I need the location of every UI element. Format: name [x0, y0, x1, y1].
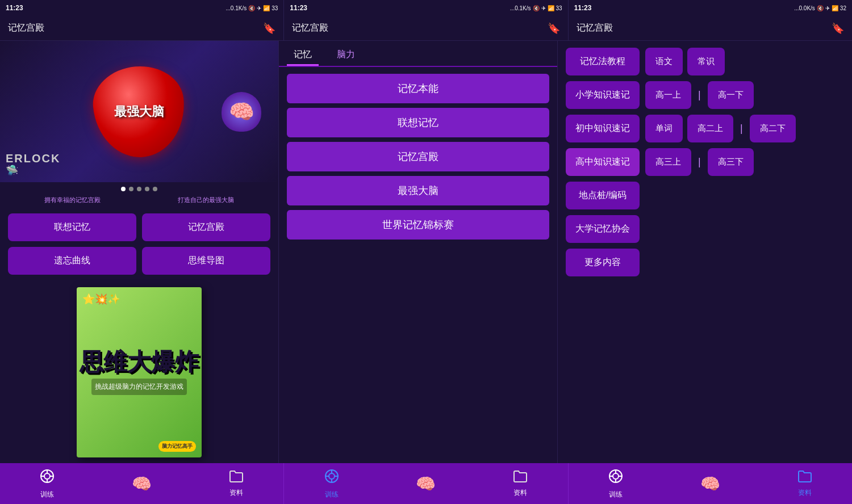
cat-btn-university[interactable]: 大学记忆协会 — [566, 215, 640, 243]
caption-text-1: 拥有幸福的记忆宫殿 — [44, 196, 101, 204]
carousel-dot-4[interactable] — [145, 187, 149, 191]
status-icons-2: ...0.1K/s 🔇 ✈ 📶 33 — [510, 5, 562, 11]
cat-btn-primary[interactable]: 小学知识速记 — [566, 81, 640, 109]
wifi-icon-2: 📶 — [548, 5, 554, 11]
panel-3: 记忆法教程 语文 常识 小学知识速记 高一上 | 高一下 初中知识速记 单词 高… — [558, 41, 852, 463]
nav-item-files-3[interactable]: 资料 — [758, 470, 852, 498]
nav-item-train-3[interactable]: 训练 — [569, 468, 663, 499]
cat-sub-group-1: 语文 常识 — [645, 48, 844, 75]
app-header-3: 记忆宫殿 🔖 — [569, 16, 852, 41]
signal-icon-3: 🔇 — [817, 5, 824, 11]
train-label-1: 训练 — [40, 490, 54, 499]
brain-nav-icon-3: 🧠 — [700, 474, 720, 493]
carousel-dot-3[interactable] — [137, 187, 141, 191]
cat-sub-btn-g3-s2[interactable]: 高三下 — [708, 148, 754, 176]
cat-sub-btn-g1-s1[interactable]: 高一上 — [645, 81, 691, 109]
battery-icon-3: 32 — [840, 5, 846, 11]
carousel-dot-2[interactable] — [129, 187, 133, 191]
panel-1: ERLOCK 最强大脑 🧠 🛸 拥有幸福的记忆宫殿 打造自己的最强大脑 联想记忆 — [0, 41, 279, 463]
main-content: ERLOCK 最强大脑 🧠 🛸 拥有幸福的记忆宫殿 打造自己的最强大脑 联想记忆 — [0, 41, 852, 463]
quick-btn-forgetting-curve[interactable]: 遗忘曲线 — [8, 247, 136, 275]
category-row-1: 记忆法教程 语文 常识 — [566, 48, 844, 75]
carousel-dot-5[interactable] — [153, 187, 157, 191]
nav-item-brain-3[interactable]: 🧠 — [663, 474, 757, 493]
divider-3: | — [696, 148, 703, 176]
carousel-dots — [0, 182, 278, 194]
status-icons-1: ...0.1K/s 🔇 ✈ 📶 33 — [226, 5, 278, 11]
bookmark-icon-1[interactable]: 🔖 — [263, 22, 275, 35]
book-cover[interactable]: ⭐💥✨ 思维大爆炸 挑战超级脑力的记忆开发游戏 脑力记忆高手 — [77, 287, 202, 457]
category-row-2: 小学知识速记 高一上 | 高一下 — [566, 81, 844, 109]
carousel-dot-1[interactable] — [121, 187, 126, 191]
brain-nav-icon-1: 🧠 — [132, 474, 152, 493]
category-row-6: 大学记忆协会 — [566, 215, 844, 243]
erlock-text: ERLOCK — [6, 152, 60, 165]
menu-tab-memory[interactable]: 记忆 — [287, 45, 319, 66]
bookmark-icon-3[interactable]: 🔖 — [832, 22, 844, 35]
cat-sub-group-4: 高三上 | 高三下 — [645, 148, 844, 176]
cat-sub-btn-common[interactable]: 常识 — [687, 48, 725, 75]
wifi-icon-3: 📶 — [832, 5, 838, 11]
cat-sub-btn-chinese[interactable]: 语文 — [645, 48, 683, 75]
carousel-captions: 拥有幸福的记忆宫殿 打造自己的最强大脑 — [0, 194, 278, 207]
menu-item-4[interactable]: 最强大脑 — [287, 176, 549, 205]
app-headers: 记忆宫殿 🔖 记忆宫殿 🔖 记忆宫殿 🔖 — [0, 16, 852, 41]
quick-btn-memory-palace[interactable]: 记忆宫殿 — [142, 213, 270, 241]
book-area: ⭐💥✨ 思维大爆炸 挑战超级脑力的记忆开发游戏 脑力记忆高手 — [0, 282, 278, 463]
cat-sub-btn-word[interactable]: 单词 — [645, 115, 683, 142]
airplane-icon-1: ✈ — [257, 5, 261, 11]
cat-sub-btn-g1-s2[interactable]: 高一下 — [708, 81, 754, 109]
carousel-bg: ERLOCK 最强大脑 🧠 🛸 — [0, 41, 278, 182]
quick-btn-associative[interactable]: 联想记忆 — [8, 213, 136, 241]
cat-btn-memory-tutorial[interactable]: 记忆法教程 — [566, 48, 640, 75]
nav-item-train-1[interactable]: 训练 — [0, 468, 94, 499]
app-title-2: 记忆宫殿 — [292, 22, 328, 34]
category-row-3: 初中知识速记 单词 高二上 | 高二下 — [566, 115, 844, 142]
svg-point-1 — [44, 473, 50, 479]
category-row-5: 地点桩/编码 — [566, 182, 844, 209]
files-label-2: 资料 — [513, 488, 527, 498]
menu-tabs: 记忆 脑力 — [279, 41, 557, 67]
menu-item-2[interactable]: 联想记忆 — [287, 108, 549, 137]
divider-2: | — [738, 115, 745, 142]
menu-tab-brain[interactable]: 脑力 — [330, 45, 362, 66]
nav-item-brain-2[interactable]: 🧠 — [379, 474, 473, 493]
cat-btn-more[interactable]: 更多内容 — [566, 249, 640, 276]
menu-item-1[interactable]: 记忆本能 — [287, 74, 549, 103]
app-title-3: 记忆宫殿 — [577, 22, 613, 34]
brain-logo: 最强大脑 — [88, 61, 190, 163]
cat-btn-middle[interactable]: 初中知识速记 — [566, 115, 640, 142]
divider-1: | — [696, 81, 703, 109]
menu-item-3[interactable]: 记忆宫殿 — [287, 142, 549, 171]
svg-point-7 — [329, 473, 335, 479]
train-icon-1 — [39, 468, 55, 488]
cat-sub-btn-g2-s2[interactable]: 高二下 — [750, 115, 796, 142]
book-title-main: 思维大爆炸 — [80, 350, 199, 374]
nav-segment-3: 训练 🧠 资料 — [569, 463, 852, 504]
menu-item-5[interactable]: 世界记忆锦标赛 — [287, 210, 549, 240]
wifi-icon-1: 📶 — [263, 5, 270, 11]
status-segment-1: 11:23 ...0.1K/s 🔇 ✈ 📶 33 — [0, 0, 284, 16]
quick-btn-mind-map[interactable]: 思维导图 — [142, 247, 270, 275]
caption-text-2: 打造自己的最强大脑 — [178, 196, 234, 204]
cat-btn-location[interactable]: 地点桩/编码 — [566, 182, 640, 209]
book-subtitle: 挑战超级脑力的记忆开发游戏 — [91, 379, 187, 395]
battery-icon-2: 33 — [556, 5, 562, 11]
panel-2: 记忆 脑力 记忆本能 联想记忆 记忆宫殿 最强大脑 世界记忆锦标赛 — [279, 41, 558, 463]
status-segment-3: 11:23 ...0.0K/s 🔇 ✈ 📶 32 — [569, 0, 852, 16]
shield-text: 最强大脑 — [114, 104, 164, 119]
status-time-2: 11:23 — [290, 4, 307, 12]
shield-shape: 最强大脑 — [90, 62, 188, 161]
cat-btn-high[interactable]: 高中知识速记 — [566, 148, 640, 176]
signal-icon-2: 🔇 — [533, 5, 540, 11]
signal-icon-1: 🔇 — [248, 5, 255, 11]
cat-sub-btn-g3-s1[interactable]: 高三上 — [645, 148, 691, 176]
carousel-area: ERLOCK 最强大脑 🧠 🛸 — [0, 41, 278, 182]
nav-item-files-2[interactable]: 资料 — [473, 470, 567, 498]
bookmark-icon-2[interactable]: 🔖 — [548, 22, 560, 35]
nav-item-train-2[interactable]: 训练 — [284, 468, 378, 499]
folder-icon-1 — [229, 470, 244, 486]
nav-item-brain-1[interactable]: 🧠 — [94, 474, 189, 493]
nav-item-files-1[interactable]: 资料 — [189, 470, 283, 498]
cat-sub-btn-g2-s1[interactable]: 高二上 — [687, 115, 733, 142]
